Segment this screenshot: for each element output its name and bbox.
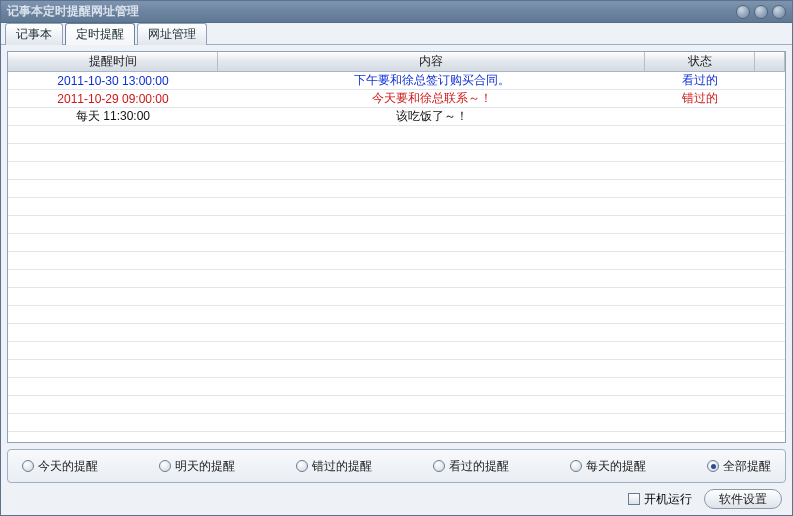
radio-dot-icon <box>22 460 34 472</box>
filter-radio[interactable]: 全部提醒 <box>707 458 771 475</box>
col-header-pad <box>755 52 785 71</box>
settings-button[interactable]: 软件设置 <box>704 489 782 509</box>
table-row[interactable] <box>8 306 785 324</box>
cell-body: 今天要和徐总联系～！ <box>218 90 645 107</box>
table-row[interactable] <box>8 414 785 432</box>
window-title: 记事本定时提醒网址管理 <box>7 3 736 20</box>
col-header-time[interactable]: 提醒时间 <box>8 52 218 71</box>
checkbox-box-icon <box>628 493 640 505</box>
cell-time: 2011-10-29 09:00:00 <box>8 92 218 106</box>
filter-label: 错过的提醒 <box>312 458 372 475</box>
table-row[interactable] <box>8 252 785 270</box>
filter-radio[interactable]: 每天的提醒 <box>570 458 646 475</box>
bottom-bar: 开机运行 软件设置 <box>1 487 792 515</box>
minimize-button[interactable] <box>736 5 750 19</box>
radio-dot-icon <box>159 460 171 472</box>
table-row[interactable] <box>8 198 785 216</box>
table-row[interactable] <box>8 288 785 306</box>
close-button[interactable] <box>772 5 786 19</box>
table-row[interactable] <box>8 396 785 414</box>
table-row[interactable]: 2011-10-30 13:00:00下午要和徐总签订购买合同。看过的 <box>8 72 785 90</box>
titlebar: 记事本定时提醒网址管理 <box>1 1 792 23</box>
filter-label: 全部提醒 <box>723 458 771 475</box>
tab-label: 网址管理 <box>148 27 196 41</box>
settings-button-label: 软件设置 <box>719 491 767 508</box>
tab-notebook[interactable]: 记事本 <box>5 23 63 45</box>
radio-dot-icon <box>707 460 719 472</box>
cell-time: 每天 11:30:00 <box>8 108 218 125</box>
filter-bar: 今天的提醒明天的提醒错过的提醒看过的提醒每天的提醒全部提醒 <box>7 449 786 483</box>
table-row[interactable] <box>8 216 785 234</box>
filter-label: 明天的提醒 <box>175 458 235 475</box>
cell-body: 该吃饭了～！ <box>218 108 645 125</box>
col-header-status[interactable]: 状态 <box>645 52 755 71</box>
maximize-button[interactable] <box>754 5 768 19</box>
cell-status: 看过的 <box>645 72 755 89</box>
tab-label: 记事本 <box>16 27 52 41</box>
tab-url[interactable]: 网址管理 <box>137 23 207 45</box>
autorun-checkbox[interactable]: 开机运行 <box>628 491 692 508</box>
table-row[interactable] <box>8 360 785 378</box>
radio-dot-icon <box>570 460 582 472</box>
table-header: 提醒时间 内容 状态 <box>8 52 785 72</box>
filter-radio[interactable]: 明天的提醒 <box>159 458 235 475</box>
table-row[interactable] <box>8 378 785 396</box>
table-row[interactable] <box>8 144 785 162</box>
table-row[interactable] <box>8 126 785 144</box>
tab-strip: 记事本 定时提醒 网址管理 <box>1 23 792 45</box>
table-row[interactable] <box>8 270 785 288</box>
filter-label: 看过的提醒 <box>449 458 509 475</box>
app-window: 记事本定时提醒网址管理 记事本 定时提醒 网址管理 提醒时间 内容 状态 201… <box>0 0 793 516</box>
radio-dot-icon <box>296 460 308 472</box>
table-row[interactable] <box>8 180 785 198</box>
table-row[interactable]: 每天 11:30:00该吃饭了～！ <box>8 108 785 126</box>
cell-time: 2011-10-30 13:00:00 <box>8 74 218 88</box>
filter-label: 今天的提醒 <box>38 458 98 475</box>
table-row[interactable] <box>8 162 785 180</box>
window-buttons <box>736 5 786 19</box>
col-header-body[interactable]: 内容 <box>218 52 645 71</box>
cell-body: 下午要和徐总签订购买合同。 <box>218 72 645 89</box>
filter-radio[interactable]: 今天的提醒 <box>22 458 98 475</box>
filter-radio[interactable]: 看过的提醒 <box>433 458 509 475</box>
tab-reminder[interactable]: 定时提醒 <box>65 23 135 45</box>
table-row[interactable] <box>8 324 785 342</box>
filter-radio[interactable]: 错过的提醒 <box>296 458 372 475</box>
table-body[interactable]: 2011-10-30 13:00:00下午要和徐总签订购买合同。看过的2011-… <box>8 72 785 442</box>
table-row[interactable] <box>8 432 785 442</box>
filter-label: 每天的提醒 <box>586 458 646 475</box>
autorun-label: 开机运行 <box>644 491 692 508</box>
table-row[interactable] <box>8 234 785 252</box>
table-row[interactable] <box>8 342 785 360</box>
tab-label: 定时提醒 <box>76 27 124 41</box>
table-panel: 提醒时间 内容 状态 2011-10-30 13:00:00下午要和徐总签订购买… <box>7 51 786 443</box>
table-row[interactable]: 2011-10-29 09:00:00今天要和徐总联系～！错过的 <box>8 90 785 108</box>
cell-status: 错过的 <box>645 90 755 107</box>
radio-dot-icon <box>433 460 445 472</box>
